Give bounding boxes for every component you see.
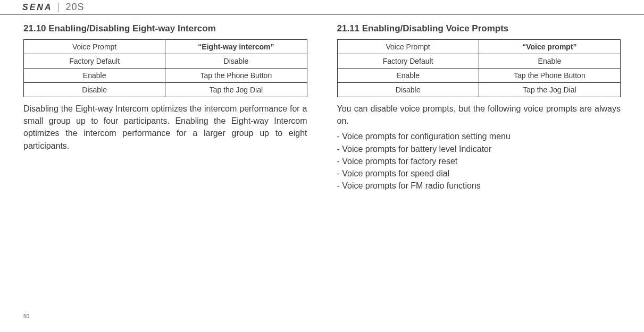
table-row: Factory Default Disable [24,54,307,69]
right-column: 21.11 Enabling/Disabling Voice Prompts V… [337,23,621,192]
table-row: Disable Tap the Jog Dial [24,83,307,97]
cell-value: Tap the Jog Dial [165,83,307,97]
cell-value: “Voice prompt” [479,40,620,54]
cell-key: Factory Default [24,54,165,69]
cell-key: Enable [337,69,479,83]
table-row: Disable Tap the Jog Dial [337,83,621,97]
table-row: Enable Tap the Phone Button [337,69,621,83]
body-paragraph-left: Disabling the Eight-way Intercom optimiz… [23,103,307,152]
cell-key: Disable [24,83,165,97]
cell-key: Disable [337,83,479,97]
page-header: SENA 20S [0,0,644,15]
cell-value: Enable [479,54,620,69]
brand-logo: SENA [22,3,52,12]
list-item: - Voice prompts for FM radio functions [337,180,621,192]
cell-value: Tap the Phone Button [479,69,620,83]
cell-value: Tap the Phone Button [165,69,307,83]
table-row: Factory Default Enable [337,54,621,69]
config-table-left: Voice Prompt “Eight-way intercom” Factor… [23,39,307,97]
list-item: - Voice prompts for factory reset [337,155,621,167]
header-divider [58,3,59,12]
section-title-left: 21.10 Enabling/Disabling Eight-way Inter… [23,23,307,34]
list-item: - Voice prompts for speed dial [337,167,621,180]
left-column: 21.10 Enabling/Disabling Eight-way Inter… [23,23,307,192]
config-table-right: Voice Prompt “Voice prompt” Factory Defa… [337,39,621,97]
body-paragraph-right: You can disable voice prompts, but the f… [337,103,621,127]
table-row: Voice Prompt “Voice prompt” [337,40,621,54]
cell-key: Voice Prompt [337,40,479,54]
table-row: Enable Tap the Phone Button [24,69,307,83]
page-number: 50 [23,313,29,319]
section-title-right: 21.11 Enabling/Disabling Voice Prompts [337,23,621,34]
content-columns: 21.10 Enabling/Disabling Eight-way Inter… [0,15,644,192]
list-item: - Voice prompts for battery level Indica… [337,143,621,155]
model-label: 20S [65,2,84,13]
cell-value: Disable [165,54,307,69]
page-root: SENA 20S 21.10 Enabling/Disabling Eight-… [0,0,644,332]
cell-key: Factory Default [337,54,479,69]
cell-value: Tap the Jog Dial [479,83,620,97]
cell-key: Voice Prompt [24,40,165,54]
table-row: Voice Prompt “Eight-way intercom” [24,40,307,54]
cell-value: “Eight-way intercom” [165,40,307,54]
cell-key: Enable [24,69,165,83]
list-item: - Voice prompts for configuration settin… [337,130,621,142]
